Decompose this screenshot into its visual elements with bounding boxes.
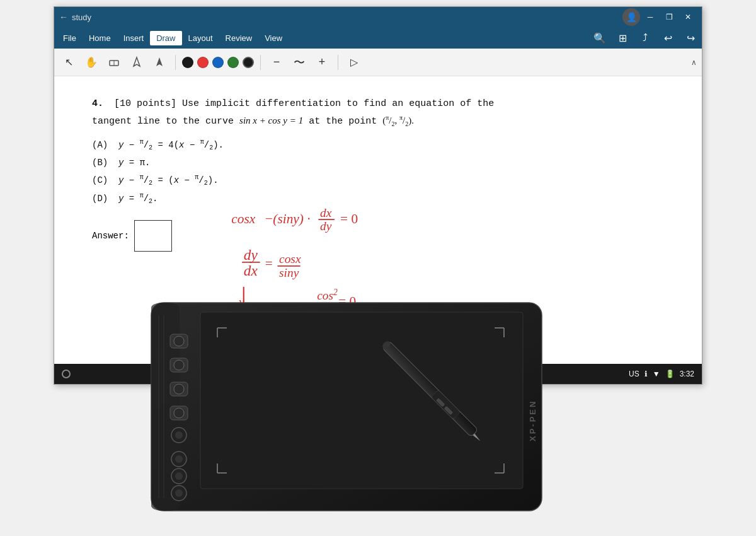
window-title: study <box>72 13 91 22</box>
choice-d: (D) y = π/2. <box>92 191 664 207</box>
restore-button[interactable]: ❒ <box>660 8 678 26</box>
title-bar: ← study 👤 ─ ❒ ✕ <box>54 7 702 27</box>
close-button[interactable]: ✕ <box>679 8 697 26</box>
title-bar-left: ← study <box>59 12 91 22</box>
question-text-line1: Use implicit differentiation to find an … <box>182 98 494 109</box>
color-red[interactable] <box>197 57 209 68</box>
separator-3 <box>338 55 338 70</box>
draw-toolbar: ↖ ✋ − 〜 + ▷ ∧ <box>54 49 702 76</box>
svg-point-30 <box>174 360 184 370</box>
pen-tool-2[interactable] <box>150 53 169 72</box>
draw-mode-icon[interactable]: ▷ <box>345 53 364 72</box>
info-icon: ℹ <box>644 370 648 378</box>
pen-tool-1[interactable] <box>127 53 146 72</box>
svg-point-32 <box>174 384 184 394</box>
at-point-text: at the point <box>309 116 382 127</box>
network-icon: ▼ <box>653 370 660 378</box>
minimize-button[interactable]: ─ <box>641 8 659 26</box>
status-indicator <box>62 370 71 378</box>
share-icon[interactable]: ⤴ <box>636 29 654 47</box>
locale-label: US <box>629 370 639 378</box>
search-icon[interactable]: 🔍 <box>591 29 609 47</box>
answer-section: Answer: <box>92 220 664 252</box>
tablet-svg: XP-PEN <box>126 277 567 517</box>
svg-rect-43 <box>200 312 523 489</box>
menu-file[interactable]: File <box>57 31 83 45</box>
question-block: 4. [10 points] Use implicit differentiat… <box>92 95 664 130</box>
svg-point-42 <box>175 489 183 497</box>
minus-tool[interactable]: − <box>267 53 286 72</box>
separator-2 <box>260 55 261 70</box>
xppen-tablet: XP-PEN <box>126 277 567 517</box>
select-tool[interactable]: ↖ <box>59 53 78 72</box>
svg-marker-3 <box>156 57 163 66</box>
back-button[interactable]: ← <box>59 12 68 22</box>
menu-home[interactable]: Home <box>83 31 117 45</box>
svg-point-36 <box>175 431 183 439</box>
question-number: 4. <box>92 98 103 109</box>
equation-display: sin x + cos y = 1 <box>239 115 303 125</box>
svg-text:dx: dx <box>320 206 332 219</box>
question-text-line2: tangent line to the curve <box>92 116 239 127</box>
svg-point-34 <box>174 408 184 418</box>
toolbar-collapse-button[interactable]: ∧ <box>691 58 697 67</box>
menu-view[interactable]: View <box>258 31 289 45</box>
svg-point-28 <box>174 336 184 346</box>
lasso-tool[interactable]: ✋ <box>82 53 101 72</box>
clock: 3:32 <box>680 370 694 378</box>
svg-text:=: = <box>265 256 273 271</box>
separator-1 <box>175 55 176 70</box>
answer-label: Answer: <box>92 231 129 241</box>
menu-bar: File Home Insert Draw Layout Review View… <box>54 27 702 49</box>
color-green[interactable] <box>227 57 239 68</box>
choice-b: (B) y = π. <box>92 156 664 170</box>
color-black[interactable] <box>182 57 193 68</box>
svg-point-40 <box>175 472 183 480</box>
title-bar-controls: 👤 ─ ❒ ✕ <box>622 8 697 26</box>
view-icon[interactable]: ⊞ <box>614 29 631 47</box>
eraser-tool[interactable] <box>105 53 123 72</box>
plus-tool[interactable]: + <box>312 53 331 72</box>
menu-draw[interactable]: Draw <box>150 31 181 45</box>
wave-tool[interactable]: 〜 <box>290 53 309 72</box>
answer-input-box[interactable] <box>134 220 172 252</box>
color-blue[interactable] <box>212 57 224 68</box>
battery-icon: 🔋 <box>665 370 675 378</box>
menu-right-actions: 🔍 ⊞ ⤴ ↩ ↪ <box>591 29 699 47</box>
svg-point-38 <box>175 455 183 463</box>
svg-text:XP-PEN: XP-PEN <box>528 400 537 441</box>
choice-c: (C) y − π/2 = (x − π/2). <box>92 173 664 189</box>
user-avatar[interactable]: 👤 <box>622 8 640 26</box>
menu-review[interactable]: Review <box>219 31 259 45</box>
choice-a: (A) y − π/2 = 4(x − π/2). <box>92 137 664 153</box>
menu-layout[interactable]: Layout <box>182 31 219 45</box>
status-right: US ℹ ▼ 🔋 3:32 <box>629 370 694 378</box>
points-label: [10 points] <box>114 98 176 109</box>
undo-icon[interactable]: ↩ <box>659 29 677 47</box>
svg-text:cosx: cosx <box>279 252 301 265</box>
redo-icon[interactable]: ↪ <box>682 29 699 47</box>
choices-block: (A) y − π/2 = 4(x − π/2). (B) y = π. (C)… <box>92 137 664 207</box>
svg-text:dx: dx <box>244 262 258 279</box>
svg-marker-2 <box>134 57 140 66</box>
point-coords: (π/2, π/2). <box>382 115 414 125</box>
menu-insert[interactable]: Insert <box>117 31 151 45</box>
color-dark[interactable] <box>243 57 254 68</box>
